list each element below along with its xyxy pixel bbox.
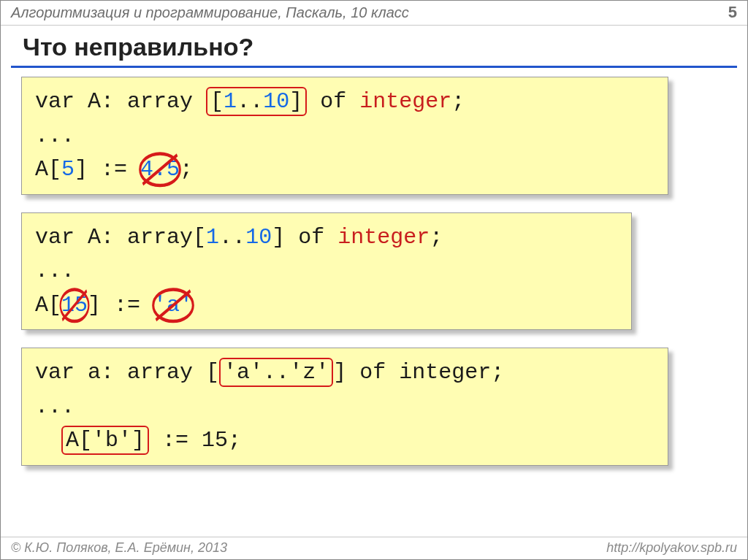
assign-line-3: A['b'] := 15; <box>35 423 654 458</box>
lbracket: [ <box>210 89 224 114</box>
range-box: 'a'..'z' <box>219 358 333 387</box>
header-subject: Алгоритмизация и программирование, Паска… <box>11 4 409 21</box>
range-box: [1..10] <box>206 87 307 116</box>
arr-ref: A <box>35 157 48 182</box>
range-lo: 1 <box>224 89 237 114</box>
code-block-1: var A: array [1..10] of integer; ... A[5… <box>21 77 668 195</box>
assign-op: := <box>88 157 140 182</box>
assign-line-2: A[15] := 'a' <box>35 288 618 323</box>
code-block-2: var A: array[1..10] of integer; ... A[15… <box>21 212 632 331</box>
semi: ; <box>451 89 465 114</box>
ellipsis-2: ... <box>35 254 618 288</box>
kw-array: array <box>127 89 193 114</box>
arr-name: A <box>88 89 101 114</box>
decl-line-1: var A: array [1..10] of integer; <box>35 85 654 119</box>
footer-url: http://kpolyakov.spb.ru <box>606 540 737 556</box>
rbracket: ] <box>289 89 302 114</box>
slide: Алгоритмизация и программирование, Паска… <box>0 0 748 560</box>
page-number: 5 <box>728 3 737 22</box>
slide-header: Алгоритмизация и программирование, Паска… <box>1 1 747 26</box>
idx: 5 <box>61 157 75 182</box>
decl-line-2: var A: array[1..10] of integer; <box>35 220 618 255</box>
slide-title: Что неправильно? <box>1 26 747 66</box>
slide-footer: © К.Ю. Поляков, Е.А. Ерёмин, 2013 http:/… <box>1 537 747 559</box>
type-name: integer <box>359 89 451 114</box>
decl-line-3: var a: array ['a'..'z'] of integer; <box>35 356 654 390</box>
slide-content: var A: array [1..10] of integer; ... A[5… <box>1 68 747 537</box>
kw-var: var <box>35 89 75 114</box>
range-hi: 10 <box>263 89 289 114</box>
kw-of: of <box>320 89 346 114</box>
assign-line-1: A[5] := 4.5; <box>35 153 654 187</box>
bad-index: 15 <box>61 288 88 323</box>
code-block-3: var a: array ['a'..'z'] of integer; ... … <box>21 348 668 466</box>
type-plain: integer <box>399 360 491 385</box>
ellipsis-1: ... <box>35 119 654 153</box>
bad-value: 4.5 <box>140 153 180 187</box>
bad-value: 'a' <box>153 288 193 323</box>
range-dots: .. <box>237 89 263 114</box>
footer-copyright: © К.Ю. Поляков, Е.А. Ерёмин, 2013 <box>11 540 227 556</box>
index-box: A['b'] <box>61 426 149 455</box>
rhs-value: 15 <box>202 428 228 453</box>
ellipsis-3: ... <box>35 390 654 424</box>
